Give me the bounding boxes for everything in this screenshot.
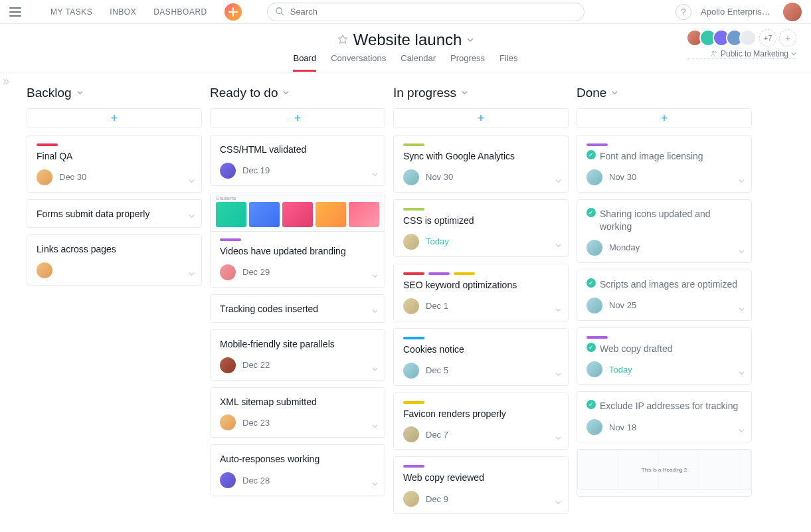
tab-calendar[interactable]: Calendar [401,53,436,72]
assignee-avatar[interactable] [37,262,52,278]
chevron-down-icon[interactable] [372,308,378,315]
card-meta: Dec 29 [220,264,375,280]
tab-board[interactable]: Board [293,53,316,72]
card[interactable]: Sync with Google AnalyticsNov 30 [393,135,569,193]
chevron-down-icon[interactable] [739,428,745,435]
assignee-avatar[interactable] [403,426,419,442]
chevron-down-icon[interactable] [189,213,195,221]
column: Ready to do+CSS/HTML validatedDec 19Grad… [210,86,385,502]
card[interactable]: ✓Font and image licensingNov 30 [577,135,752,193]
star-icon[interactable] [337,34,348,46]
chevron-down-icon[interactable] [739,370,745,377]
chevron-down-icon[interactable] [555,178,561,185]
tab-progress[interactable]: Progress [450,53,485,72]
nav-my-tasks[interactable]: MY TASKS [50,7,92,17]
card[interactable]: ✓Web copy draftedToday [577,327,752,385]
card[interactable]: SEO keyword optimizationsDec 1 [393,264,569,321]
nav-inbox[interactable]: INBOX [110,7,136,17]
org-name[interactable]: Apollo Enterprise… [701,7,774,17]
card[interactable]: Tracking codes inserted [210,294,385,323]
chevron-down-icon[interactable] [555,435,561,442]
collapse-icon[interactable] [3,78,9,86]
tab-conversations[interactable]: Conversations [331,53,386,72]
column-header[interactable]: Ready to do [210,86,385,100]
card-title: CSS is optimized [403,215,559,227]
assignee-avatar[interactable] [403,363,419,379]
card[interactable]: XML sitemap submittedDec 23 [210,387,385,438]
card[interactable]: CSS/HTML validatedDec 19 [210,135,385,186]
card[interactable]: Mobile-friendly site parallelsDec 22 [210,329,385,381]
search-input[interactable] [267,3,585,21]
chevron-down-icon[interactable] [372,273,378,280]
project-menu-caret[interactable] [467,35,474,45]
card[interactable]: Auto-responses workingDec 28 [210,444,385,495]
chevron-down-icon[interactable] [189,271,195,278]
chevron-down-icon [612,90,618,97]
assignee-avatar[interactable] [586,419,602,435]
card[interactable]: Favicon renders properlyDec 7 [393,393,569,450]
nav-dashboard[interactable]: DASHBOARD [153,7,207,17]
add-card-button[interactable]: + [577,108,752,128]
chevron-down-icon[interactable] [189,178,195,185]
assignee-avatar[interactable] [220,414,236,430]
check-icon: ✓ [586,343,596,352]
assignee-avatar[interactable] [220,357,236,373]
card[interactable]: ✓Sharing icons updated and workingMonday [577,199,752,263]
extra-members-badge[interactable]: +7 [759,29,776,46]
due-date: Dec 23 [242,418,270,428]
add-member-button[interactable]: + [779,29,796,46]
column-header[interactable]: In progress [393,86,569,100]
assignee-avatar[interactable] [586,361,602,377]
user-avatar[interactable] [783,3,802,21]
add-card-button[interactable]: + [393,108,569,128]
assignee-avatar[interactable] [403,234,419,250]
card[interactable]: ✓Scripts and images are optimizedNov 25 [577,270,752,321]
assignee-avatar[interactable] [220,264,236,280]
chevron-down-icon[interactable] [372,366,378,373]
assignee-avatar[interactable] [220,472,236,488]
menu-icon[interactable] [9,7,21,17]
card[interactable]: GradientsVideos have updated brandingDec… [210,193,385,288]
chevron-down-icon[interactable] [372,481,378,488]
assignee-avatar[interactable] [37,169,52,185]
card[interactable]: CSS is optimizedToday [393,199,569,257]
project-visibility[interactable]: Public to Marketing [686,49,796,59]
chevron-down-icon[interactable] [739,248,745,256]
board: Backlog+Final QADec 30Forms submit data … [0,72,811,532]
add-card-button[interactable]: + [210,108,385,128]
chevron-down-icon[interactable] [555,371,561,379]
help-icon[interactable]: ? [676,4,691,20]
svg-point-3 [715,52,716,53]
chevron-down-icon[interactable] [372,423,378,430]
card[interactable]: Links across pages [27,234,202,286]
assignee-avatar[interactable] [220,163,236,179]
due-date: Dec 7 [426,430,448,440]
card[interactable]: This is a Heading 2 [577,449,752,497]
assignee-avatar[interactable] [403,491,419,507]
assignee-avatar[interactable] [586,298,602,313]
due-date: Dec 9 [426,494,448,504]
chevron-down-icon[interactable] [555,307,561,314]
column-header[interactable]: Done [577,86,752,100]
chevron-down-icon[interactable] [555,242,561,250]
card[interactable]: Web copy reviewedDec 9 [393,456,569,514]
chevron-down-icon[interactable] [555,499,561,507]
card[interactable]: Forms submit data properly [27,199,202,228]
card-tags [586,143,742,146]
card[interactable]: ✓Exclude IP addresses for trackingNov 18 [577,391,752,442]
card-tags [403,465,559,468]
tab-files[interactable]: Files [499,53,517,72]
card[interactable]: Cookies noticeDec 5 [393,328,569,386]
chevron-down-icon[interactable] [739,178,745,185]
assignee-avatar[interactable] [586,169,602,185]
add-card-button[interactable]: + [27,108,202,128]
assignee-avatar[interactable] [403,298,419,314]
chevron-down-icon[interactable] [372,171,378,179]
card[interactable]: Final QADec 30 [27,135,202,193]
chevron-down-icon[interactable] [739,306,745,313]
quick-add-button[interactable] [225,3,242,21]
assignee-avatar[interactable] [403,169,419,185]
member-avatar[interactable] [739,29,757,46]
column-header[interactable]: Backlog [27,86,202,100]
assignee-avatar[interactable] [586,240,602,256]
